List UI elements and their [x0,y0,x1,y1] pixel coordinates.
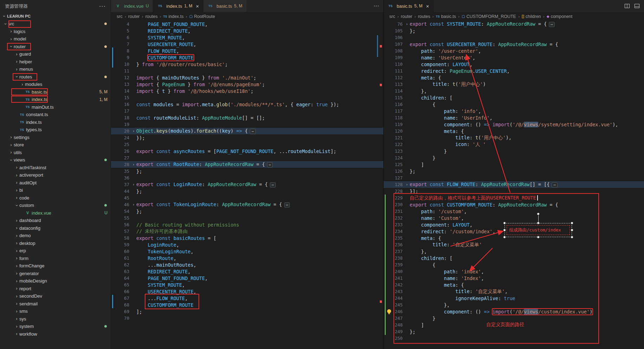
code-line-113[interactable]: 113 title: t('用户中心') [384,81,644,88]
code-line-126[interactable]: 126}; [384,168,644,174]
tree-item-constant.ts[interactable]: TSconstant.ts [0,111,111,119]
tree-item-secondDev[interactable]: ›secondDev [0,292,111,300]
line-number[interactable]: 28 [115,162,131,167]
tree-item-actHiTaskinst[interactable]: ›actHiTaskinst [0,164,111,172]
line-number[interactable]: 8 [115,48,131,53]
tree-item-guard[interactable]: ›guard [0,50,111,58]
annotation-resize-handle[interactable] [571,229,573,231]
line-number[interactable]: 57 [115,229,131,234]
line-number[interactable]: 66 [115,289,131,294]
line-number[interactable]: 24 [115,135,131,140]
breadcrumb-item-src[interactable]: src [389,14,395,19]
code-line-67[interactable]: 67 ...FLOW_ROUTE, [111,295,383,302]
line-number[interactable]: 25 [115,142,131,147]
line-number[interactable]: 18 [115,115,131,120]
tree-item-demo[interactable]: ›demo [0,232,111,240]
code-line-36[interactable]: 36 [111,174,383,181]
annotation-resize-handle[interactable] [571,236,573,239]
code-line-15[interactable]: 15 [111,94,383,101]
code-line-112[interactable]: 112 meta: { [384,74,644,81]
tree-item-store[interactable]: ›store [0,141,111,149]
annotation-resize-handle[interactable] [503,222,506,224]
lightbulb-icon[interactable] [387,309,391,313]
code-line-7[interactable]: 7 USERCENTER_ROUTE, [111,41,383,47]
line-number[interactable]: 110 [393,62,404,67]
line-number[interactable]: 248 [393,322,404,328]
line-number[interactable]: 35 [115,169,131,174]
code-line-76[interactable]: 76›export const SYSTEM_ROUTE: AppRouteRe… [384,21,644,27]
code-line-250[interactable]: 250 [384,335,644,342]
line-number[interactable]: 58 [115,235,131,241]
breadcrumb-item-children[interactable]: []children [522,14,541,19]
code-line-109[interactable]: 109 name: 'UserCenter', [384,54,644,61]
tree-item-sys[interactable]: ›sys [0,315,111,323]
code-line-111[interactable]: 111 redirect: PageEnum.USER_CENTER, [384,68,644,74]
code-line-231[interactable]: 231 path: '/custom', [384,208,644,215]
code-line-27[interactable]: 27 [111,154,383,161]
line-number[interactable]: 123 [393,148,404,154]
folded-code-icon[interactable]: ⋯ [552,182,558,188]
line-number[interactable]: 105 [393,28,404,33]
code-line-26[interactable]: 26export const asyncRoutes = [PAGE_NOT_F… [111,148,383,154]
close-icon[interactable]: × [426,3,429,9]
tree-item-routes[interactable]: ›routes [0,73,111,81]
line-number[interactable]: 55 [115,215,131,221]
line-number[interactable]: 128 [393,182,404,187]
breadcrumb-item-index.ts[interactable]: TSindex.ts [163,14,184,19]
explorer-more-actions-icon[interactable]: ··· [99,3,106,9]
code-line-237[interactable]: 237 }, [384,248,644,255]
code-line-241[interactable]: 241 name: 'Index', [384,275,644,281]
line-number[interactable]: 125 [393,162,404,167]
line-number[interactable]: 68 [115,302,131,307]
line-number[interactable]: 228 [393,189,404,194]
line-number[interactable]: 111 [393,68,404,74]
line-number[interactable]: 239 [393,262,404,267]
line-number[interactable]: 19 [115,122,131,127]
split-editor-icon[interactable] [624,3,630,9]
close-icon[interactable]: × [196,3,199,9]
line-number[interactable]: 118 [393,115,404,120]
code-line-238[interactable]: 238 children: [ [384,255,644,261]
tree-item-router[interactable]: ›router [0,43,111,51]
tree-item-workflow[interactable]: ›workflow [0,330,111,338]
code-editor-index-ts[interactable]: 4 PAGE_NOT_FOUND_ROUTE,5 REDIRECT_ROUTE,… [111,21,383,349]
line-number[interactable]: 115 [393,95,404,100]
line-number[interactable]: 12 [115,75,131,80]
line-number[interactable]: 17 [115,108,131,114]
tree-item-generator[interactable]: ›generator [0,270,111,278]
line-number[interactable]: 10 [115,62,131,67]
line-number[interactable]: 56 [115,222,131,227]
code-line-60[interactable]: 60 TokenLoginRoute, [111,248,383,255]
line-number[interactable]: 20 [115,128,131,134]
tab-index.vue[interactable]: Vindex.vueU [111,0,153,12]
tree-item-index.vue[interactable]: Vindex.vueU [0,209,111,217]
tab-basic.ts[interactable]: TSbasic.ts5, M× [384,0,434,12]
line-number[interactable]: 242 [393,282,404,287]
breadcrumb-item-RootRoute[interactable]: ▢RootRoute [189,14,215,19]
line-number[interactable]: 27 [115,155,131,160]
code-line-16[interactable]: 16const modules = import.meta.glob('./mo… [111,101,383,108]
line-number[interactable]: 70 [115,316,131,321]
code-line-64[interactable]: 64 PAGE_NOT_FOUND_ROUTE, [111,275,383,281]
annotation-resize-handle[interactable] [537,222,540,224]
tree-item-form[interactable]: ›form [0,255,111,262]
line-number[interactable]: 117 [393,108,404,114]
line-number[interactable]: 113 [393,82,404,87]
tree-item-formChange[interactable]: ›formChange [0,262,111,270]
code-line-10[interactable]: 10} from '/@/router/routes/basic'; [111,61,383,68]
line-number[interactable]: 233 [393,222,404,227]
code-line-118[interactable]: 118 name: 'UserInfo', [384,114,644,121]
line-number[interactable]: 11 [115,68,131,74]
code-line-124[interactable]: 124 } [384,154,644,161]
code-line-240[interactable]: 240 path: 'index', [384,268,644,275]
annotation-resize-handle[interactable] [503,236,506,239]
code-line-244[interactable]: 244 ignoreKeepAlive: true [384,295,644,302]
line-number[interactable]: 126 [393,169,404,174]
tab-basic.ts[interactable]: TSbasic.ts5, M [203,0,247,12]
line-number[interactable]: 246 [393,309,404,314]
line-number[interactable]: 249 [393,329,404,334]
code-line-20[interactable]: 20›Object.keys(modules).forEach((key) =>… [111,128,383,134]
code-line-35[interactable]: 35}; [111,168,383,174]
line-number[interactable]: 5 [115,28,131,33]
line-number[interactable]: 106 [393,35,404,40]
